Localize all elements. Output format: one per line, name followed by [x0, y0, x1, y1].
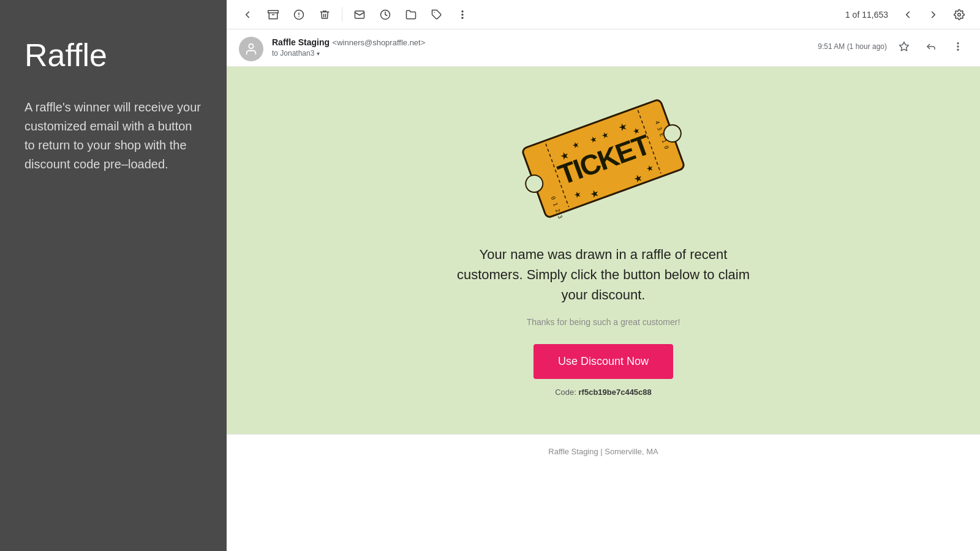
svg-point-9 — [462, 14, 463, 15]
recipient-line[interactable]: to Jonathan3 ▾ — [272, 49, 818, 58]
reply-button[interactable] — [921, 37, 941, 56]
mark-unread-button[interactable] — [349, 4, 371, 26]
sender-name-line: Raffle Staging <winners@shopraffle.net> — [272, 37, 818, 48]
sender-name: Raffle Staging — [272, 37, 330, 47]
email-sub-text: Thanks for being such a great customer! — [527, 317, 680, 327]
email-header: Raffle Staging <winners@shopraffle.net> … — [227, 29, 980, 67]
email-main-text: Your name was drawn in a raffle of recen… — [456, 244, 750, 305]
prev-email-button[interactable] — [897, 4, 919, 26]
delete-button[interactable] — [314, 4, 336, 26]
email-time: 9:51 AM (1 hour ago) — [818, 42, 887, 51]
move-button[interactable] — [400, 4, 422, 26]
sender-email: <winners@shopraffle.net> — [333, 38, 426, 47]
chevron-down-icon: ▾ — [317, 50, 320, 57]
email-content: TICKET ★ ★ ★ ★ ★ ★ ★ ★ ★ ★ 4 3 E 1 0 — [227, 67, 980, 434]
star-button[interactable] — [894, 37, 914, 56]
svg-point-12 — [249, 44, 253, 48]
label-button[interactable] — [426, 4, 448, 26]
svg-point-11 — [958, 13, 961, 16]
email-meta: 9:51 AM (1 hour ago) — [818, 37, 968, 56]
email-body: TICKET ★ ★ ★ ★ ★ ★ ★ ★ ★ ★ 4 3 E 1 0 — [227, 67, 980, 551]
settings-button[interactable] — [948, 4, 970, 26]
svg-point-14 — [957, 43, 959, 44]
report-spam-button[interactable] — [288, 4, 310, 26]
divider — [342, 7, 342, 22]
svg-point-15 — [957, 46, 959, 47]
sender-info: Raffle Staging <winners@shopraffle.net> … — [272, 37, 818, 58]
svg-point-10 — [462, 17, 463, 18]
more-button[interactable] — [451, 4, 473, 26]
svg-point-8 — [462, 11, 463, 12]
archive-button[interactable] — [262, 4, 284, 26]
sidebar-description: A raffle's winner will receive your cust… — [24, 98, 202, 174]
sender-avatar — [239, 37, 263, 61]
svg-marker-13 — [900, 42, 909, 51]
toolbar: 1 of 11,653 — [227, 0, 980, 29]
more-header-button[interactable] — [948, 37, 968, 56]
sidebar: Raffle A raffle's winner will receive yo… — [0, 0, 227, 551]
email-counter: 1 of 11,653 — [845, 10, 888, 20]
use-discount-button[interactable]: Use Discount Now — [533, 344, 673, 379]
svg-point-16 — [957, 50, 959, 51]
snooze-button[interactable] — [374, 4, 396, 26]
discount-code: Code: rf5cb19be7c445c88 — [555, 388, 652, 397]
ticket-image: TICKET ★ ★ ★ ★ ★ ★ ★ ★ ★ ★ 4 3 E 1 0 — [511, 91, 695, 226]
email-footer: Raffle Staging | Somerville, MA — [227, 434, 980, 468]
recipient-text: to Jonathan3 — [272, 49, 314, 58]
next-email-button[interactable] — [922, 4, 944, 26]
back-button[interactable] — [236, 4, 258, 26]
sidebar-title: Raffle — [24, 37, 202, 73]
email-main: 1 of 11,653 Raffle Staging <winners@shop… — [227, 0, 980, 551]
code-value: rf5cb19be7c445c88 — [579, 388, 652, 397]
footer-text: Raffle Staging | Somerville, MA — [548, 447, 658, 456]
code-label: Code: — [555, 388, 576, 397]
svg-rect-0 — [268, 10, 279, 13]
